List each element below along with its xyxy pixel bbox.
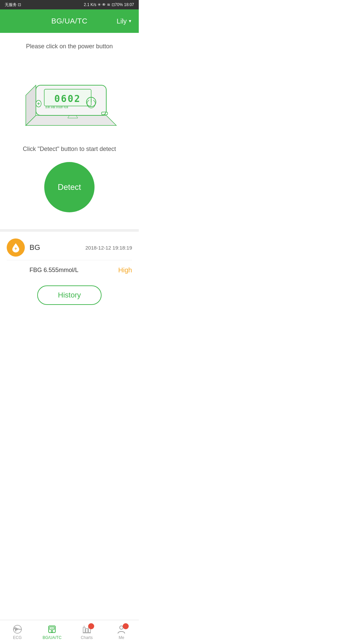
reading-card: + BG 2018-12-12 19:18:19 FBG 6.555mmol/L… — [0, 232, 139, 279]
svg-text:+: + — [14, 246, 17, 251]
user-name: Lily — [117, 17, 127, 25]
user-selector[interactable]: Lily ▼ — [117, 17, 132, 25]
page-title: BG/UA/TC — [51, 17, 87, 25]
reading-timestamp: 2018-12-12 19:18:19 — [85, 245, 132, 251]
svg-text:血糖  尿酸  胆固醇  电量: 血糖 尿酸 胆固醇 电量 — [45, 106, 68, 108]
app-header: BG/UA/TC Lily ▼ — [0, 9, 139, 33]
device-illustration: 0602 血糖 尿酸 胆固醇 电量 — [19, 58, 120, 132]
bottom-nav-spacer — [0, 315, 139, 339]
chevron-down-icon: ▼ — [128, 19, 132, 23]
reading-header: + BG 2018-12-12 19:18:19 — [7, 238, 132, 257]
reading-type-label: BG — [29, 243, 40, 252]
instruction-detect: Click "Detect" button to start detect — [23, 146, 116, 153]
reading-status-badge: High — [118, 266, 132, 274]
history-section: History — [0, 279, 139, 315]
history-button[interactable]: History — [37, 285, 102, 305]
detect-button[interactable]: Detect — [44, 162, 95, 212]
section-separator — [0, 229, 139, 232]
status-right: 2.1 K/s ✳ 👁 ≋ ⊡70% 18:07 — [84, 2, 134, 7]
reading-fbg-value: FBG 6.555mmol/L — [29, 267, 78, 274]
instruction-power: Please click on the power button — [26, 43, 113, 50]
svg-text:0602: 0602 — [54, 93, 81, 104]
status-bar: 无服务 ⊡ 2.1 K/s ✳ 👁 ≋ ⊡70% 18:07 — [0, 0, 139, 9]
reading-divider — [7, 260, 132, 260]
main-content: Please click on the power button 0602 血糖… — [0, 33, 139, 229]
reading-header-left: + BG — [7, 238, 40, 257]
bg-icon: + — [7, 238, 25, 257]
reading-values: FBG 6.555mmol/L High — [7, 264, 132, 275]
status-left: 无服务 ⊡ — [5, 2, 21, 8]
